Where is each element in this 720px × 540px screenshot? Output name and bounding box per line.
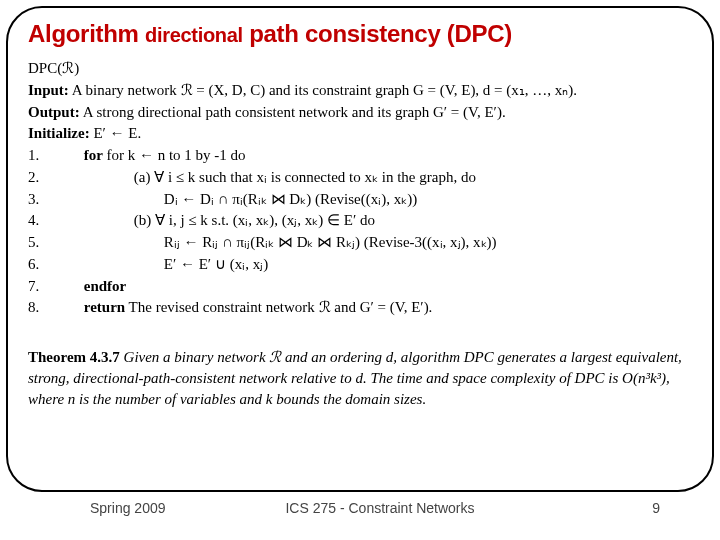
line-body: endfor [54,278,127,294]
algo-input-row: Input: A binary network ℛ = (X, D, C) an… [28,80,692,102]
slide-frame: Algorithm directional path consistency (… [6,6,714,492]
init-text: E′ ← E. [93,125,141,141]
algo-line-3: 3. Dᵢ ← Dᵢ ∩ πᵢ(Rᵢₖ ⋈ Dₖ) (Revise((xᵢ), … [28,189,692,211]
line-1-text: for k ← n to 1 by -1 do [106,147,245,163]
line-body: (b) ∀ i, j ≤ k s.t. (xᵢ, xₖ), (xⱼ, xₖ) ∈… [54,212,375,228]
title-word-1: Algorithm [28,20,145,47]
init-label: Initialize: [28,125,90,141]
algo-line-5: 5. Rᵢⱼ ← Rᵢⱼ ∩ πᵢⱼ(Rᵢₖ ⋈ Dₖ ⋈ Rₖⱼ) (Revi… [28,232,692,254]
theorem-text: Given a binary network ℛ and an ordering… [28,349,682,407]
algorithm-block: DPC(ℛ) Input: A binary network ℛ = (X, D… [28,58,692,319]
output-text: A strong directional path consistent net… [83,104,506,120]
line-body: for for k ← n to 1 by -1 do [54,147,246,163]
algo-line-7: 7. endfor [28,276,692,298]
footer-page-number: 9 [652,500,660,516]
line-body: Rᵢⱼ ← Rᵢⱼ ∩ πᵢⱼ(Rᵢₖ ⋈ Dₖ ⋈ Rₖⱼ) (Revise-… [54,234,497,250]
title-word-2: directional [145,24,243,46]
line-body: E′ ← E′ ∪ (xᵢ, xⱼ) [54,256,268,272]
input-label: Input: [28,82,69,98]
return-label: return [84,299,125,315]
line-num: 8. [28,297,50,319]
input-text: A binary network ℛ = (X, D, C) and its c… [72,82,577,98]
footer-center: ICS 275 - Constraint Networks [0,500,720,516]
line-body: return The revised constraint network ℛ … [54,299,433,315]
line-body: Dᵢ ← Dᵢ ∩ πᵢ(Rᵢₖ ⋈ Dₖ) (Revise((xᵢ), xₖ)… [54,191,417,207]
line-num: 4. [28,210,50,232]
algo-line-8: 8. return The revised constraint network… [28,297,692,319]
theorem-block: Theorem 4.3.7 Given a binary network ℛ a… [28,347,692,410]
output-label: Output: [28,104,80,120]
line-body: (a) ∀ i ≤ k such that xᵢ is connected to… [54,169,476,185]
algo-init-row: Initialize: E′ ← E. [28,123,692,145]
algo-line-1: 1. for for k ← n to 1 by -1 do [28,145,692,167]
algo-line-4: 4. (b) ∀ i, j ≤ k s.t. (xᵢ, xₖ), (xⱼ, xₖ… [28,210,692,232]
return-text: The revised constraint network ℛ and G′ … [125,299,432,315]
footer-center-text: ICS 275 - Constraint Networks [285,500,474,516]
algo-line-6: 6. E′ ← E′ ∪ (xᵢ, xⱼ) [28,254,692,276]
line-num: 1. [28,145,50,167]
slide-title: Algorithm directional path consistency (… [28,20,692,48]
line-num: 7. [28,276,50,298]
line-num: 5. [28,232,50,254]
line-num: 3. [28,189,50,211]
line-num: 6. [28,254,50,276]
algo-name: DPC(ℛ) [28,58,692,80]
slide-footer: Spring 2009 ICS 275 - Constraint Network… [0,500,720,528]
algo-line-2: 2. (a) ∀ i ≤ k such that xᵢ is connected… [28,167,692,189]
line-num: 2. [28,167,50,189]
title-word-3: path consistency (DPC) [243,20,512,47]
algo-output-row: Output: A strong directional path consis… [28,102,692,124]
theorem-label: Theorem 4.3.7 [28,349,120,365]
